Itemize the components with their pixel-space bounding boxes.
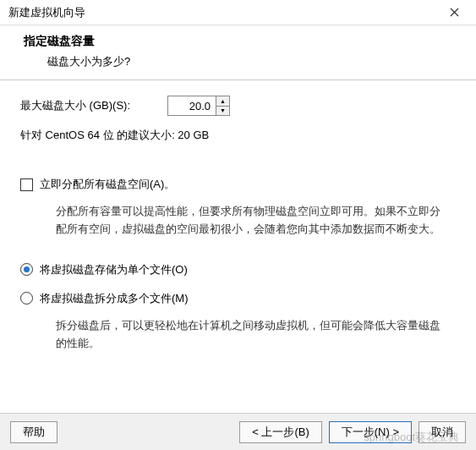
spinner-up-button[interactable]: ▲ [216,96,229,107]
disk-size-recommendation: 针对 CentOS 64 位 的建议大小: 20 GB [20,128,456,143]
store-split-option: 将虚拟磁盘拆分成多个文件(M) 拆分磁盘后，可以更轻松地在计算机之间移动虚拟机，… [20,291,456,353]
disk-size-row: 最大磁盘大小 (GB)(S): ▲ ▼ [20,96,456,116]
store-single-option: 将虚拟磁盘存储为单个文件(O) [20,262,456,277]
spinner-down-button[interactable]: ▼ [216,107,229,116]
allocate-now-checkbox-row[interactable]: 立即分配所有磁盘空间(A)。 [20,177,456,192]
allocate-now-checkbox[interactable] [20,178,33,191]
divider [0,80,476,80]
close-icon [450,8,459,17]
store-single-label: 将虚拟磁盘存储为单个文件(O) [40,262,188,277]
next-button[interactable]: 下一步(N) > [329,421,412,443]
allocate-now-option: 立即分配所有磁盘空间(A)。 分配所有容量可以提高性能，但要求所有物理磁盘空间立… [20,177,456,239]
spinner-buttons: ▲ ▼ [216,96,229,115]
close-button[interactable] [439,1,469,25]
disk-size-input[interactable] [168,96,216,115]
disk-size-spinner[interactable]: ▲ ▼ [167,96,230,116]
content: 最大磁盘大小 (GB)(S): ▲ ▼ 针对 CentOS 64 位 的建议大小… [0,96,476,353]
store-split-label: 将虚拟磁盘拆分成多个文件(M) [40,291,189,306]
titlebar: 新建虚拟机向导 [0,0,476,25]
help-button[interactable]: 帮助 [10,421,57,443]
store-single-radio[interactable] [20,263,33,276]
cancel-button[interactable]: 取消 [419,421,466,443]
page-subtitle: 磁盘大小为多少? [24,54,452,69]
page-title: 指定磁盘容量 [24,34,452,49]
allocate-now-description: 分配所有容量可以提高性能，但要求所有物理磁盘空间立即可用。如果不立即分配所有空间… [20,200,456,239]
store-split-radio[interactable] [20,292,33,305]
allocate-now-label: 立即分配所有磁盘空间(A)。 [40,177,175,192]
disk-size-label: 最大磁盘大小 (GB)(S): [20,98,130,113]
back-button[interactable]: < 上一步(B) [239,421,322,443]
wizard-footer: 帮助 < 上一步(B) 下一步(N) > 取消 [0,413,476,450]
store-split-description: 拆分磁盘后，可以更轻松地在计算机之间移动虚拟机，但可能会降低大容量磁盘的性能。 [20,315,456,353]
store-split-radio-row[interactable]: 将虚拟磁盘拆分成多个文件(M) [20,291,456,306]
wizard-header: 指定磁盘容量 磁盘大小为多少? [0,25,476,80]
window-title: 新建虚拟机向导 [8,5,85,20]
store-single-radio-row[interactable]: 将虚拟磁盘存储为单个文件(O) [20,262,456,277]
